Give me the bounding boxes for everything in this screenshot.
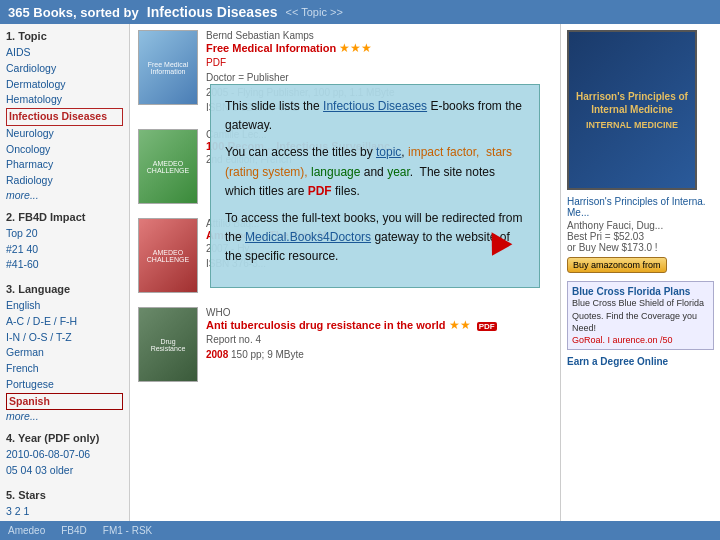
page-title: Infectious Diseases [147,4,278,20]
sidebar-item-french[interactable]: French [6,361,123,377]
overlay-link-impact[interactable]: impact factor, [408,145,479,159]
sidebar-item-neurology[interactable]: Neurology [6,126,123,142]
sidebar-section-year: 4. Year (PDF only) 2010-06-08-07-06 05 0… [6,432,123,479]
overlay-link-year[interactable]: year [387,165,410,179]
footer: Amedeo FB4D FM1 - RSK [0,521,720,540]
brand-text: 365 Books, sorted by [8,5,139,20]
sidebar-section-title-stars: 5. Stars [6,489,123,501]
right-book-title: Harrison's Principles of Internal Medici… [575,90,689,116]
book-meta: Report no. 4 2008 150 pp; 9 MByte [206,332,552,362]
book-author: Bernd Sebastian Kamps [206,30,552,41]
sidebar-section-title-year: 4. Year (PDF only) [6,432,123,444]
sidebar-item-21-40[interactable]: #21 40 [6,242,123,258]
overlay-link-language[interactable]: language [311,165,360,179]
header: 365 Books, sorted by Infectious Diseases… [0,0,720,24]
sidebar-section-topic: 1. Topic AIDS Cardiology Dermatology Hem… [6,30,123,201]
right-author-line: Anthony Fauci, Dug... [567,220,714,231]
book-cover: Free Medical Information [138,30,198,105]
overlay-pdf-label: PDF [308,184,332,198]
sidebar-item-cardiology[interactable]: Cardiology [6,61,123,77]
sidebar-section-title-impact: 2. FB4D Impact [6,211,123,223]
sidebar-section-language: 3. Language English A-C / D-E / F-H I-N … [6,283,123,422]
sidebar-more-topic[interactable]: more... [6,189,39,201]
book-stars: ★★★ [339,41,372,55]
footer-link-amedeo[interactable]: Amedeo [8,525,45,536]
book-entry: Drug Resistance WHO Anti tuberculosis dr… [138,307,552,382]
right-best-price: Best Pri = $52.03 [567,231,714,242]
sidebar-item-41-60[interactable]: #41-60 [6,257,123,273]
buy-amazon-button[interactable]: Buy amazoncom from [567,257,667,273]
sidebar-section-impact: 2. FB4D Impact Top 20 #21 40 #41-60 [6,211,123,273]
right-ad-title[interactable]: Blue Cross Florida Plans [572,286,709,297]
sidebar-item-ac-de-fh[interactable]: A-C / D-E / F-H [6,314,123,330]
overlay-line3: To access the full-text books, you will … [225,209,525,267]
overlay-line2: You can access the titles by topic, impa… [225,143,525,201]
sidebar-item-in-os-tz[interactable]: I-N / O-S / T-Z [6,330,123,346]
overlay-link-topic[interactable]: topic [376,145,401,159]
right-book-cover: Harrison's Principles of Internal Medici… [567,30,697,190]
book-info: WHO Anti tuberculosis drug resistance in… [206,307,552,362]
sidebar-item-german[interactable]: German [6,345,123,361]
sidebar-item-hematology[interactable]: Hematology [6,92,123,108]
book-cover: AMEDEO CHALLENGE [138,218,198,293]
right-or-buy: or Buy New $173.0 ! [567,242,714,253]
sidebar-item-aids[interactable]: AIDS [6,45,123,61]
right-earn-link[interactable]: Earn a Degree Online [567,356,714,367]
footer-link-fm1[interactable]: FM1 - RSK [103,525,152,536]
sidebar-section-title-topic: 1. Topic [6,30,123,42]
overlay-link-infectious[interactable]: Infectious Diseases [323,99,427,113]
footer-link-fb4d[interactable]: FB4D [61,525,87,536]
sidebar: 1. Topic AIDS Cardiology Dermatology Hem… [0,24,130,521]
sidebar-more-language[interactable]: more... [6,410,39,422]
topic-nav[interactable]: << Topic >> [286,6,343,18]
sidebar-item-stars-values[interactable]: 3 2 1 [6,504,123,520]
sidebar-item-year-older[interactable]: 05 04 03 older [6,463,123,479]
overlay-link-gateway[interactable]: Medical.Books4Doctors [245,230,371,244]
content-area: Free Medical Information Bernd Sebastian… [130,24,560,521]
sidebar-item-oncology[interactable]: Oncology [6,142,123,158]
sidebar-item-year-recent[interactable]: 2010-06-08-07-06 [6,447,123,463]
right-panel: Harrison's Principles of Internal Medici… [560,24,720,521]
book-stars: ★★ [449,318,471,332]
right-ad-link[interactable]: GoRoal. I aurence.on /50 [572,335,673,345]
book-title[interactable]: Free Medical Information [206,42,336,54]
sidebar-item-portugese[interactable]: Portugese [6,377,123,393]
sidebar-item-infectious-diseases[interactable]: Infectious Diseases [6,108,123,126]
sidebar-item-pharmacy[interactable]: Pharmacy [6,157,123,173]
right-ad-box: Blue Cross Florida Plans Blue Cross Blue… [567,281,714,350]
main-layout: 1. Topic AIDS Cardiology Dermatology Hem… [0,24,720,521]
right-book-subtitle-link[interactable]: Harrison's Principles of Interna. Me... [567,196,714,218]
book-cover: AMEDEO CHALLENGE [138,129,198,204]
right-ad-body: Blue Cross Blue Shield of Florida Quotes… [572,297,709,335]
pdf-badge: PDF [477,322,497,331]
sidebar-item-spanish[interactable]: Spanish [6,393,123,411]
book-cover: Drug Resistance [138,307,198,382]
sidebar-item-top20[interactable]: Top 20 [6,226,123,242]
sidebar-section-title-language: 3. Language [6,283,123,295]
sidebar-item-radiology[interactable]: Radiology [6,173,123,189]
sidebar-section-stars: 5. Stars 3 2 1 Rating System [6,489,123,521]
overlay-tooltip: This slide lists the Infectious Diseases… [210,84,540,288]
right-book-internal-medicine: INTERNAL MEDICINE [586,120,678,130]
book-title[interactable]: Anti tuberculosis drug resistance in the… [206,319,446,331]
overlay-line1: This slide lists the Infectious Diseases… [225,97,525,135]
book-author: WHO [206,307,552,318]
sidebar-item-dermatology[interactable]: Dermatology [6,77,123,93]
sidebar-item-english[interactable]: English [6,298,123,314]
